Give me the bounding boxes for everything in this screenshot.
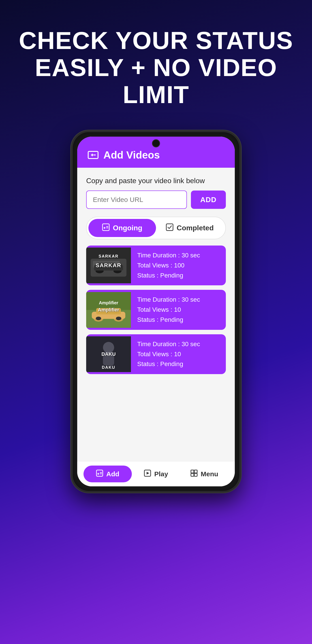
- video-url-input[interactable]: [86, 190, 187, 209]
- app-content: Copy and paste your video link below ADD: [77, 168, 235, 461]
- app-title: Add Videos: [103, 149, 160, 161]
- nav-menu-label: Menu: [201, 470, 218, 478]
- completed-icon: [166, 224, 173, 232]
- phone-screen: Add Videos Copy and paste your video lin…: [77, 137, 235, 486]
- svg-rect-4: [103, 224, 109, 230]
- svg-marker-38: [147, 472, 149, 474]
- video-2-status: Status : Pending: [137, 315, 220, 325]
- headline-line1: CHECK YOUR STATUS: [19, 26, 293, 54]
- svg-rect-42: [194, 474, 197, 476]
- url-copy-label: Copy and paste your video link below: [86, 177, 226, 185]
- video-2-views: Total Views : 10: [137, 305, 220, 315]
- nav-play[interactable]: Play: [132, 466, 180, 482]
- headline-line2: EASILY + NO VIDEO LIMIT: [35, 54, 277, 108]
- phone-mockup: Add Videos Copy and paste your video lin…: [71, 130, 241, 492]
- phone-frame: Add Videos Copy and paste your video lin…: [71, 130, 241, 492]
- video-card-3[interactable]: DAKU Time Duration : 30 sec Total Views …: [86, 334, 226, 374]
- thumbnail-amplifier: Amplifier: [86, 292, 131, 328]
- volume-up-button: [71, 202, 73, 226]
- nav-add-icon: [96, 470, 103, 478]
- tab-completed-label: Completed: [177, 224, 213, 232]
- tab-completed[interactable]: Completed: [156, 219, 224, 237]
- video-1-status: Status : Pending: [137, 270, 220, 281]
- ongoing-icon: [102, 224, 110, 232]
- video-3-views: Total Views : 10: [137, 349, 220, 359]
- svg-rect-41: [191, 474, 194, 476]
- svg-point-25: [116, 317, 121, 320]
- svg-point-24: [96, 317, 101, 320]
- add-video-icon: [87, 149, 99, 161]
- nav-add-label: Add: [106, 470, 119, 478]
- nav-add[interactable]: Add: [84, 466, 132, 482]
- nav-play-icon: [144, 470, 151, 478]
- camera-notch: [152, 139, 160, 147]
- url-row: ADD: [86, 190, 226, 209]
- svg-rect-39: [191, 470, 194, 473]
- video-3-duration: Time Duration : 30 sec: [137, 339, 220, 349]
- video-card-1[interactable]: SARKAR Time Duration : 30 sec Total View…: [86, 246, 226, 285]
- bottom-nav: Add Play: [77, 461, 235, 486]
- thumbnail-sarkar: SARKAR: [86, 248, 131, 283]
- svg-rect-32: [97, 470, 103, 476]
- video-card-2[interactable]: Amplifier Time Duration : 30 sec Total V…: [86, 290, 226, 330]
- svg-rect-12: [93, 261, 120, 268]
- svg-rect-40: [194, 470, 197, 473]
- svg-text:SARKAR: SARKAR: [99, 254, 118, 258]
- svg-rect-30: [103, 352, 114, 366]
- video-info-2: Time Duration : 30 sec Total Views : 10 …: [131, 290, 226, 330]
- thumbnail-daku: DAKU: [86, 336, 131, 372]
- svg-rect-23: [96, 308, 121, 314]
- svg-text:Amplifier: Amplifier: [99, 300, 118, 305]
- power-button: [239, 199, 241, 222]
- video-3-status: Status : Pending: [137, 359, 220, 369]
- svg-rect-9: [166, 224, 173, 230]
- tab-ongoing[interactable]: Ongoing: [88, 219, 156, 237]
- svg-rect-16: [97, 263, 115, 267]
- mute-button: [71, 181, 73, 195]
- video-1-duration: Time Duration : 30 sec: [137, 250, 220, 260]
- video-1-views: Total Views : 100: [137, 260, 220, 270]
- nav-play-label: Play: [154, 470, 168, 478]
- headline-section: CHECK YOUR STATUS EASILY + NO VIDEO LIMI…: [0, 27, 312, 108]
- volume-down-button: [71, 233, 73, 258]
- nav-menu[interactable]: Menu: [180, 466, 228, 482]
- video-2-duration: Time Duration : 30 sec: [137, 295, 220, 305]
- video-info-3: Time Duration : 30 sec Total Views : 10 …: [131, 334, 226, 374]
- tab-ongoing-label: Ongoing: [113, 224, 142, 232]
- video-info-1: Time Duration : 30 sec Total Views : 100…: [131, 246, 226, 285]
- svg-point-29: [103, 342, 114, 353]
- svg-text:DAKU: DAKU: [102, 365, 115, 370]
- nav-menu-icon: [190, 470, 198, 478]
- svg-rect-15: [94, 265, 123, 270]
- add-url-button[interactable]: ADD: [191, 190, 226, 209]
- tab-bar: Ongoing Completed: [86, 217, 226, 239]
